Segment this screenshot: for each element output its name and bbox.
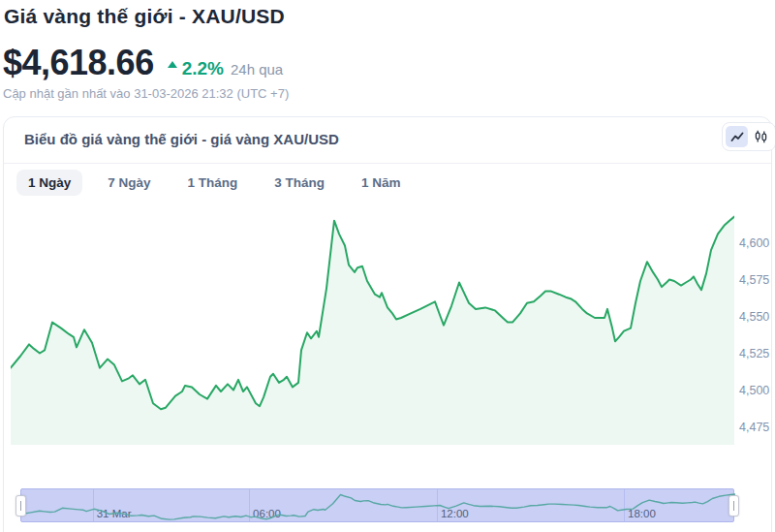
navigator-right-handle[interactable] bbox=[728, 495, 739, 516]
line-chart-icon bbox=[730, 131, 744, 143]
price-line-chart[interactable] bbox=[11, 204, 734, 445]
y-tick-label: 4,550 bbox=[739, 310, 775, 324]
change-percent: 2.2% bbox=[182, 58, 224, 79]
change-period: 24h qua bbox=[231, 61, 283, 78]
range-tabs: 1 Ngày7 Ngày1 Tháng3 Tháng1 Năm bbox=[16, 170, 413, 196]
header-divider bbox=[4, 163, 771, 164]
range-tab-1[interactable]: 7 Ngày bbox=[96, 170, 162, 196]
y-tick-label: 4,575 bbox=[739, 273, 775, 287]
chart-type-toggle bbox=[722, 122, 775, 151]
candlestick-icon bbox=[754, 130, 768, 143]
page-title: Giá vàng thế giới - XAU/USD bbox=[4, 5, 285, 28]
gold-price-page: Giá vàng thế giới - XAU/USD $4,618.66 2.… bbox=[0, 0, 775, 532]
up-arrow-icon bbox=[168, 61, 177, 68]
handle-grip bbox=[733, 501, 735, 511]
navigator-mini-chart bbox=[21, 489, 735, 523]
y-tick-label: 4,500 bbox=[739, 384, 775, 397]
candlestick-button[interactable] bbox=[750, 126, 772, 147]
range-tab-2[interactable]: 1 Tháng bbox=[176, 170, 250, 196]
handle-grip bbox=[20, 501, 22, 511]
navigator-left-handle[interactable] bbox=[16, 495, 26, 516]
y-tick-label: 4,525 bbox=[739, 347, 775, 360]
current-price: $4,618.66 bbox=[3, 43, 154, 83]
range-navigator[interactable]: 31 Mar06:0012:0018:00 bbox=[20, 488, 734, 522]
y-tick-label: 4,475 bbox=[739, 421, 775, 434]
range-tab-3[interactable]: 3 Tháng bbox=[263, 170, 336, 196]
range-tab-4[interactable]: 1 Năm bbox=[350, 170, 413, 196]
range-tab-0[interactable]: 1 Ngày bbox=[16, 170, 82, 196]
last-updated: Cập nhật gần nhất vào 31-03-2026 21:32 (… bbox=[3, 86, 289, 101]
line-chart-button[interactable] bbox=[726, 126, 748, 147]
chart-card-title: Biểu đồ giá vàng thế giới - giá vàng XAU… bbox=[24, 131, 339, 147]
chart-card: Biểu đồ giá vàng thế giới - giá vàng XAU… bbox=[3, 116, 772, 532]
price-row: $4,618.66 2.2% 24h qua bbox=[3, 43, 283, 83]
y-tick-label: 4,600 bbox=[739, 236, 775, 250]
